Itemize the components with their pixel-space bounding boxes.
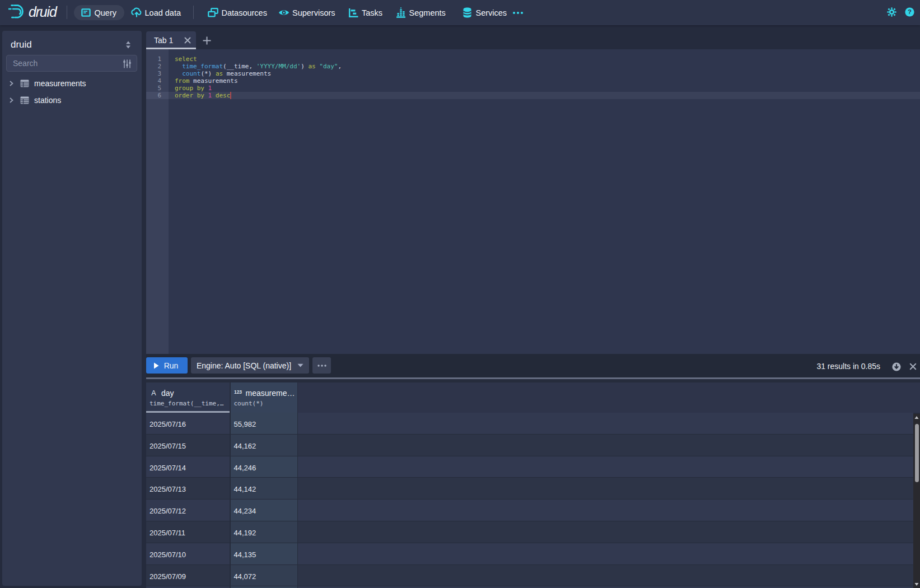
settings-gear-icon[interactable] (887, 7, 896, 17)
run-label: Run (164, 361, 179, 370)
cell-measurements[interactable]: 44,072 (231, 565, 297, 586)
column-header-measurements[interactable]: 123 measureme… count(*) (231, 382, 297, 413)
nav-more-button[interactable] (509, 5, 527, 20)
cell-measurements[interactable]: 44,192 (231, 521, 297, 543)
table-row: 2025/07/1244,234 (146, 500, 913, 521)
line-number: 1 (146, 55, 161, 63)
table-row: 2025/07/1344,142 (146, 478, 913, 500)
nav-tab-supervisors[interactable]: Supervisors (275, 5, 339, 20)
cell-day[interactable]: 2025/07/15 (146, 435, 230, 456)
code-line: order by 1 desc (175, 92, 342, 99)
line-number: 4 (146, 77, 161, 85)
nav-label-services: Services (476, 8, 507, 17)
run-bar-divider (146, 377, 920, 379)
druid-logo-icon (8, 4, 26, 18)
cell-measurements[interactable]: 44,234 (231, 500, 297, 521)
tab-close-icon[interactable] (184, 37, 191, 44)
cell-day[interactable]: 2025/07/10 (146, 543, 230, 564)
table-row: 2025/07/1544,162 (146, 435, 913, 456)
tasks-icon (348, 7, 359, 18)
tree-item-measurements[interactable]: measurements (2, 75, 142, 92)
help-icon[interactable]: ? (905, 7, 914, 17)
table-icon (20, 80, 29, 87)
nav-tab-query[interactable]: Query (74, 5, 125, 20)
run-bar: Run Engine: Auto [SQL (native)] 31 resul… (146, 354, 920, 379)
row-filler (298, 456, 913, 478)
line-number: 2 (146, 63, 161, 70)
close-results-icon[interactable] (909, 363, 917, 370)
query-more-button[interactable] (312, 357, 331, 374)
header-right-icons: ? (887, 7, 914, 17)
cell-measurements[interactable]: 44,162 (231, 435, 297, 456)
scroll-up-arrow[interactable] (914, 416, 919, 420)
cell-day[interactable]: 2025/07/11 (146, 521, 230, 543)
search-input[interactable] (7, 59, 116, 68)
query-workbench: Tab 1 123456 select time_format(__time, … (146, 25, 920, 588)
results-panel: A day time_format(__time,… 123 measureme… (146, 380, 920, 588)
segments-icon (395, 7, 407, 18)
code-line: count(*) as measurements (175, 70, 342, 77)
cell-measurements[interactable]: 44,135 (231, 543, 297, 564)
tree-label: stations (34, 96, 61, 105)
column-name-day: day (161, 389, 174, 398)
chevron-right-icon[interactable] (8, 81, 14, 86)
cell-day[interactable]: 2025/07/12 (146, 500, 230, 521)
nav-tab-services[interactable]: Services (459, 5, 511, 20)
load-data-icon (131, 7, 142, 18)
tree-item-stations[interactable]: stations (2, 92, 142, 109)
result-status: 31 results in 0.85s (816, 354, 880, 379)
chevron-right-icon[interactable] (8, 97, 14, 103)
schema-sidebar: druid measurementsstations (2, 31, 142, 586)
run-button[interactable]: Run (146, 357, 188, 374)
header-divider (67, 6, 67, 19)
column-name-measurements: measureme… (246, 389, 295, 398)
cell-measurements[interactable]: 44,246 (231, 456, 297, 478)
nav-tab-datasources[interactable]: Datasources (204, 5, 270, 20)
nav-tab-tasks[interactable]: Tasks (344, 5, 386, 20)
sort-icon[interactable] (124, 40, 133, 49)
supervisors-icon (278, 7, 289, 18)
header-filler (298, 382, 920, 413)
add-tab-button[interactable] (199, 32, 214, 48)
code-line: from measurements (175, 77, 342, 85)
line-number: 6 (146, 92, 161, 99)
sql-code: select time_format(__time, 'YYYY/MM/dd')… (175, 55, 342, 99)
table-row: 2025/07/1144,192 (146, 521, 913, 543)
nav-divider (193, 6, 194, 19)
cell-day[interactable]: 2025/07/13 (146, 478, 230, 499)
table-row: 2025/07/1444,246 (146, 456, 913, 478)
cell-measurements[interactable]: 55,982 (231, 413, 297, 434)
scroll-down-arrow[interactable] (914, 582, 919, 586)
editor-gutter: 123456 (146, 49, 169, 354)
sql-editor[interactable]: 123456 select time_format(__time, 'YYYY/… (146, 49, 920, 354)
nav-tab-load-data[interactable]: Load data (128, 5, 185, 20)
line-number: 5 (146, 85, 161, 92)
results-body: 2025/07/1655,9822025/07/1544,1622025/07/… (146, 413, 913, 588)
row-filler (298, 413, 913, 434)
engine-select-button[interactable]: Engine: Auto [SQL (native)] (191, 357, 309, 374)
cell-day[interactable]: 2025/07/14 (146, 456, 230, 478)
row-filler (298, 435, 913, 456)
scroll-thumb[interactable] (915, 424, 919, 482)
table-row: 2025/07/0944,072 (146, 565, 913, 587)
cell-day[interactable]: 2025/07/09 (146, 565, 230, 586)
nav-label-segments: Segments (409, 8, 446, 17)
cell-day[interactable]: 2025/07/16 (146, 413, 230, 434)
engine-label: Engine: Auto [SQL (native)] (197, 361, 291, 370)
text-cursor (230, 92, 231, 99)
tab-label: Tab 1 (154, 36, 173, 45)
caret-down-icon (297, 363, 303, 367)
nav-tab-segments[interactable]: Segments (392, 5, 449, 20)
cell-measurements[interactable]: 44,142 (231, 478, 297, 499)
code-line: select (175, 55, 342, 63)
tab-item[interactable]: Tab 1 (146, 31, 196, 49)
results-scrollbar[interactable] (913, 414, 920, 588)
results-header: A day time_format(__time,… 123 measureme… (146, 382, 913, 413)
column-expr-measurements: count(*) (234, 400, 264, 407)
search-box (6, 55, 137, 72)
download-icon[interactable] (892, 362, 901, 371)
line-numbers: 123456 (146, 55, 161, 99)
column-header-day[interactable]: A day time_format(__time,… (146, 382, 230, 413)
search-settings-icon[interactable] (122, 59, 132, 69)
tab-bar: Tab 1 (146, 25, 920, 49)
